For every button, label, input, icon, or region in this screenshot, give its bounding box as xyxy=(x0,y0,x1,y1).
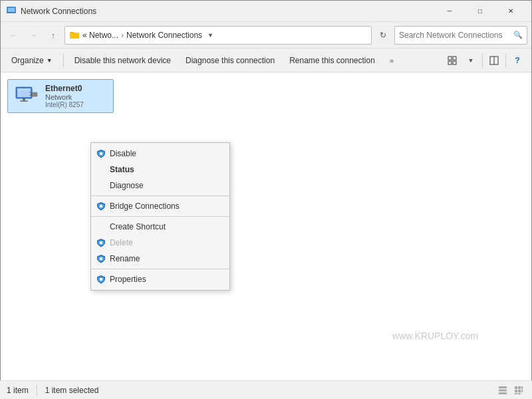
ethernet-item[interactable]: Ethernet0 Network Intel(R) 8257 xyxy=(7,79,114,113)
svg-rect-2 xyxy=(7,12,16,13)
context-menu-item-status[interactable]: Status xyxy=(91,162,229,178)
context-menu-item-diagnose[interactable]: Diagnose xyxy=(91,178,229,194)
svg-rect-31 xyxy=(518,390,521,392)
network-item-adapter: Intel(R) 8257 xyxy=(45,101,84,108)
statusbar: 1 item 1 item selected xyxy=(0,380,532,399)
context-menu: DisableStatusDiagnose Bridge Connections… xyxy=(90,142,230,291)
disable-label: Disable this network device xyxy=(74,56,171,65)
svg-rect-22 xyxy=(100,257,102,260)
titlebar-icon xyxy=(6,5,17,17)
network-item-name: Ethernet0 xyxy=(45,84,84,93)
context-menu-item-properties[interactable]: Properties xyxy=(91,271,229,287)
shield-icon xyxy=(96,254,106,263)
statusbar-separator xyxy=(37,385,37,396)
back-button[interactable]: ← xyxy=(5,27,22,44)
list-view-icon xyxy=(498,386,507,395)
context-menu-item-rename[interactable]: Rename xyxy=(91,251,229,267)
svg-rect-30 xyxy=(515,390,517,392)
toolbar-separator-2 xyxy=(482,54,483,67)
context-menu-label-properties: Properties xyxy=(110,275,146,284)
titlebar: Network Connections ─ □ ✕ xyxy=(1,1,531,22)
layout-icon xyxy=(448,56,457,65)
layout-dropdown-button[interactable]: ▼ xyxy=(462,52,479,69)
breadcrumb[interactable]: « Netwo... › Network Connections ▼ xyxy=(65,26,372,45)
svg-rect-19 xyxy=(100,152,102,155)
close-button[interactable]: ✕ xyxy=(495,1,526,22)
svg-rect-27 xyxy=(515,386,517,389)
statusbar-view-list[interactable] xyxy=(496,384,509,397)
svg-rect-8 xyxy=(453,61,456,65)
refresh-button[interactable]: ↻ xyxy=(374,27,392,44)
breadcrumb-dropdown[interactable]: ▼ xyxy=(207,32,213,39)
rename-button[interactable]: Rename this connection xyxy=(284,52,380,69)
shield-icon xyxy=(96,275,106,284)
svg-rect-33 xyxy=(515,393,517,394)
shield-icon xyxy=(96,149,106,158)
svg-rect-16 xyxy=(32,92,37,96)
toolbar-separator-1 xyxy=(63,54,64,67)
up-button[interactable]: ↑ xyxy=(45,27,62,44)
titlebar-controls: ─ □ ✕ xyxy=(434,1,526,22)
context-menu-label-shortcut: Create Shortcut xyxy=(110,222,166,231)
svg-rect-20 xyxy=(100,205,102,207)
svg-rect-29 xyxy=(521,386,523,389)
overflow-label: » xyxy=(390,57,394,65)
minimize-button[interactable]: ─ xyxy=(434,1,465,22)
breadcrumb-prefix: « Netwo... xyxy=(82,31,118,40)
preview-pane-button[interactable] xyxy=(485,52,503,69)
breadcrumb-path: « Netwo... › Network Connections xyxy=(82,31,202,40)
context-menu-label-bridge: Bridge Connections xyxy=(110,201,180,211)
context-menu-item-bridge[interactable]: Bridge Connections xyxy=(91,198,229,214)
svg-rect-32 xyxy=(521,390,523,392)
disable-button[interactable]: Disable this network device xyxy=(69,52,176,69)
network-item-info: Ethernet0 Network Intel(R) 8257 xyxy=(45,84,84,108)
context-menu-item-disable[interactable]: Disable xyxy=(91,146,229,162)
organize-button[interactable]: Organize ▼ xyxy=(6,52,58,69)
toolbar: Organize ▼ Disable this network device D… xyxy=(1,49,531,72)
addressbar: ← → ↑ « Netwo... › Network Connections ▼… xyxy=(1,22,531,49)
forward-button[interactable]: → xyxy=(25,27,42,44)
pane-icon xyxy=(489,56,499,65)
context-menu-label-status: Status xyxy=(110,165,134,174)
svg-rect-5 xyxy=(448,57,452,60)
context-menu-separator xyxy=(91,269,229,269)
item-count: 1 item xyxy=(7,386,29,395)
breadcrumb-sep: › xyxy=(121,31,124,40)
search-input[interactable] xyxy=(399,31,513,40)
watermark: www.KRUPLOY.com xyxy=(392,331,478,341)
breadcrumb-folder-icon xyxy=(69,30,80,41)
layout-view-button[interactable] xyxy=(444,52,461,69)
svg-rect-15 xyxy=(20,100,28,102)
svg-rect-4 xyxy=(70,32,74,33)
file-area: Ethernet0 Network Intel(R) 8257 DisableS… xyxy=(1,72,531,381)
context-menu-item-shortcut[interactable]: Create Shortcut xyxy=(91,219,229,235)
details-view-icon xyxy=(514,386,523,395)
ethernet-icon xyxy=(13,86,40,107)
maximize-button[interactable]: □ xyxy=(465,1,495,22)
toolbar-overflow-button[interactable]: » xyxy=(384,52,399,69)
statusbar-view-details[interactable] xyxy=(512,384,525,397)
svg-rect-21 xyxy=(100,241,102,244)
statusbar-view-controls xyxy=(496,384,525,397)
diagnose-button[interactable]: Diagnose this connection xyxy=(180,52,280,69)
toolbar-right: ▼ ? xyxy=(444,52,526,69)
toolbar-separator-3 xyxy=(505,54,506,67)
svg-rect-28 xyxy=(518,386,521,389)
main-area: Ethernet0 Network Intel(R) 8257 DisableS… xyxy=(1,72,531,381)
svg-rect-23 xyxy=(100,278,102,281)
svg-rect-34 xyxy=(518,393,521,394)
search-bar[interactable]: 🔍 xyxy=(394,26,527,45)
svg-rect-26 xyxy=(499,392,507,394)
shield-icon xyxy=(96,201,106,211)
svg-rect-7 xyxy=(448,61,452,65)
context-menu-label-diagnose: Diagnose xyxy=(110,181,144,190)
context-menu-item-delete: Delete xyxy=(91,235,229,251)
network-item-type: Network xyxy=(45,93,84,101)
selected-count: 1 item selected xyxy=(45,386,99,395)
help-button[interactable]: ? xyxy=(509,52,526,69)
diagnose-label: Diagnose this connection xyxy=(186,56,275,65)
organize-label: Organize xyxy=(11,56,44,65)
breadcrumb-current: Network Connections xyxy=(126,31,202,40)
organize-dropdown-icon: ▼ xyxy=(47,57,53,64)
svg-rect-24 xyxy=(499,386,507,388)
